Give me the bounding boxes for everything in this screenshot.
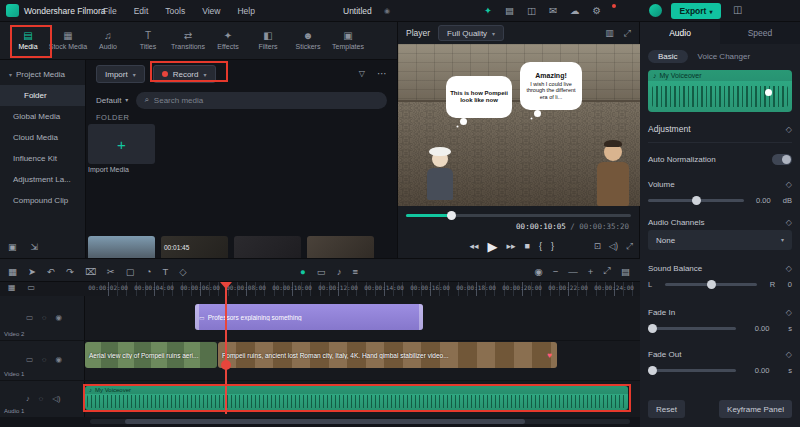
timeline-scrollbar[interactable] [90, 419, 630, 424]
keyframe-diamond-icon[interactable]: ◇ [786, 125, 792, 134]
playhead[interactable] [225, 282, 227, 414]
mic-icon[interactable]: ♪ [26, 395, 30, 403]
tab-speed[interactable]: Speed [720, 22, 800, 44]
speed-icon[interactable]: ◔ [146, 266, 152, 277]
volume-value[interactable]: 0.00 [756, 196, 771, 205]
marker-icon[interactable]: ◉ [534, 266, 542, 277]
layout-icon[interactable]: ▤ [505, 6, 514, 16]
keyframe-diamond-icon[interactable]: ◇ [786, 180, 792, 189]
balance-slider[interactable] [665, 283, 757, 286]
fade-in-slider[interactable] [648, 327, 736, 330]
timeline-clip-audio1[interactable]: ♪ My Voiceover [85, 386, 628, 410]
fade-in-value[interactable]: 0.00 [755, 324, 770, 333]
import-button[interactable]: Import ▾ [96, 65, 145, 83]
expand-player-icon[interactable]: ⤢ [626, 242, 633, 251]
quality-dropdown[interactable]: Full Quality ▾ [438, 25, 504, 41]
feedback-icon[interactable]: ✉ [549, 6, 557, 16]
previous-frame-icon[interactable]: ◂◂ [469, 242, 478, 251]
playback-progress-bar[interactable] [406, 214, 631, 217]
menu-item[interactable]: Edit [134, 6, 149, 16]
sidebar-item[interactable]: Global Media [0, 106, 85, 127]
lock-icon[interactable]: ◌ [39, 395, 43, 403]
export-button[interactable]: Export ▾ [671, 3, 721, 19]
view-options-icon[interactable]: ▥ [605, 29, 614, 38]
reset-button[interactable]: Reset [648, 400, 685, 418]
play-icon[interactable]: ▶ [488, 240, 498, 253]
balance-value[interactable]: 0 [788, 280, 792, 289]
timeline-clip-video1a[interactable]: Aerial view city of Pompeii ruins aeri..… [85, 342, 217, 368]
menu-item[interactable]: Help [237, 6, 254, 16]
delete-icon[interactable]: ⌧ [85, 266, 96, 277]
panel-layout-icon[interactable]: ◫ [733, 5, 742, 15]
new-folder-icon[interactable]: ▣ [8, 243, 17, 252]
text-tool-icon[interactable]: T [163, 266, 169, 277]
lock-icon[interactable]: ◌ [42, 356, 46, 364]
timeline-clip-video1b[interactable]: Pompeii ruins, ancient lost Roman city, … [218, 342, 557, 368]
screen-record-icon[interactable]: ▭ [317, 266, 326, 277]
voiceover-clip-card[interactable]: ♪ My Voiceover [648, 70, 792, 112]
device-icon[interactable]: ◫ [527, 6, 536, 16]
media-tab[interactable]: T Titles [128, 22, 168, 60]
media-tab[interactable]: ✦ Effects [208, 22, 248, 60]
timeline-clip-video2[interactable]: ▭ Professors explaining something [195, 304, 423, 330]
search-input[interactable] [154, 96, 379, 105]
more-options-icon[interactable]: ⋯ [377, 69, 387, 79]
clip-icon[interactable]: ▭ [26, 314, 33, 322]
keyframe-diamond-icon[interactable]: ◇ [786, 218, 792, 227]
media-view-icon[interactable]: ▦ [8, 266, 17, 277]
keyframe-tool-icon[interactable]: ◇ [179, 266, 186, 277]
crop-icon[interactable]: ▢ [126, 266, 135, 277]
volume-icon[interactable]: ◁) [609, 242, 618, 251]
settings-icon[interactable]: ⚙ [592, 6, 601, 16]
keyframe-diamond-icon[interactable]: ◇ [786, 264, 792, 273]
clip-icon[interactable]: ▭ [26, 356, 33, 364]
media-item-partial[interactable]: 00:01:45 [161, 236, 228, 258]
media-item-partial[interactable] [88, 236, 155, 258]
render-preview-icon[interactable]: ● [300, 266, 306, 277]
account-avatar[interactable] [649, 4, 662, 17]
media-item-partial[interactable] [307, 236, 374, 258]
zoom-slider[interactable]: — [568, 266, 578, 277]
subtab-basic[interactable]: Basic [648, 50, 688, 63]
sort-dropdown[interactable]: Default ▾ [96, 96, 128, 105]
speaker-icon[interactable]: ◁) [52, 395, 60, 403]
playhead-handle[interactable] [221, 360, 231, 370]
media-tab[interactable]: ▤ Media [8, 22, 48, 60]
sidebar-item[interactable]: Influence Kit [0, 148, 85, 169]
menu-item[interactable]: Tools [165, 6, 185, 16]
subtab-voice-changer[interactable]: Voice Changer [698, 52, 750, 61]
sidebar-item[interactable]: Adjustment La... [0, 169, 85, 190]
gift-icon[interactable]: ✦ [484, 6, 492, 16]
fit-timeline-icon[interactable]: ⤢ [603, 265, 611, 277]
pointer-tool-icon[interactable]: ➤ [28, 266, 36, 277]
snapshot-icon[interactable]: ⊡ [594, 242, 601, 251]
auto-normalization-toggle[interactable] [772, 154, 792, 165]
sidebar-item[interactable]: Compound Clip [0, 190, 85, 211]
sidebar-item[interactable]: Folder [0, 85, 85, 106]
search-box[interactable]: ⌕ [136, 92, 387, 109]
progress-handle[interactable] [447, 211, 456, 220]
playhead-top-marker[interactable] [220, 282, 232, 289]
cloud-icon[interactable]: ☁ [570, 6, 580, 16]
keyframe-diamond-icon[interactable]: ◇ [786, 350, 792, 359]
media-tab[interactable]: ☻ Stickers [288, 22, 328, 60]
media-tab[interactable]: ▣ Templates [328, 22, 368, 60]
audio-mixer-icon[interactable]: ≡ [352, 266, 358, 277]
volume-slider[interactable] [648, 199, 744, 202]
track-manager-icon[interactable]: ▤ [621, 266, 630, 277]
timeline-ruler[interactable]: ▦▭ 00:00:02:0000:00:04:0000:00:06:0000:0… [0, 282, 640, 296]
video-preview[interactable]: This is how Pompeii look like now Amazin… [398, 44, 641, 206]
collapse-panel-icon[interactable]: ⇲ [31, 243, 39, 252]
scrollbar-thumb[interactable] [125, 419, 525, 424]
fullscreen-icon[interactable]: ⤢ [624, 29, 631, 38]
redo-icon[interactable]: ↷ [66, 266, 74, 277]
lock-icon[interactable]: ◌ [42, 314, 46, 322]
keyframe-panel-button[interactable]: Keyframe Panel [719, 400, 792, 418]
sidebar-item[interactable]: ▾ Project Media [0, 64, 85, 85]
audio-channels-dropdown[interactable]: None ▾ [648, 230, 792, 250]
track-options-icon[interactable]: ▦ [8, 284, 16, 292]
voiceover-record-icon[interactable]: ♪ [337, 266, 342, 277]
eye-icon[interactable]: ◉ [56, 314, 63, 322]
card-handle[interactable] [765, 89, 772, 96]
sidebar-item[interactable]: Cloud Media [0, 127, 85, 148]
